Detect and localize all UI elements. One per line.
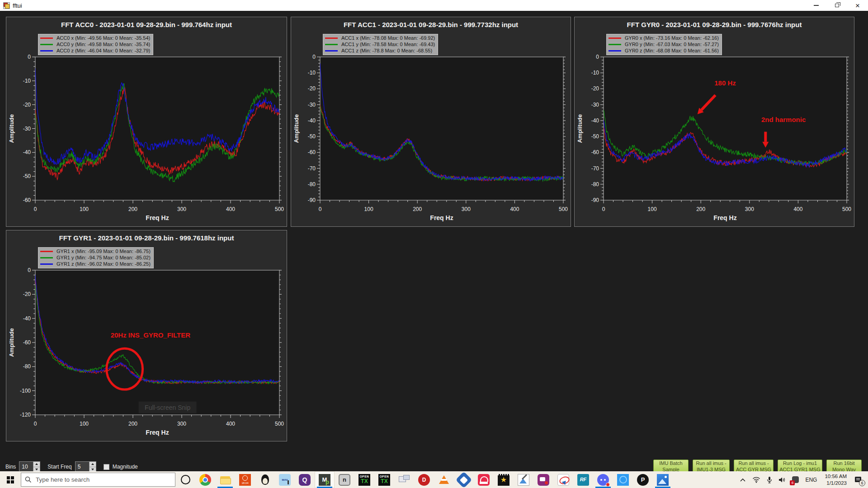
photos-icon-glyph <box>657 474 669 486</box>
red-crane-icon-glyph <box>478 474 490 486</box>
cortana-icon[interactable] <box>175 471 195 488</box>
chrome-icon[interactable] <box>195 471 215 488</box>
svg-text:-80: -80 <box>23 363 31 370</box>
svg-text:-20: -20 <box>23 102 31 108</box>
opentx-companion-icon-glyph: OPENTX <box>359 474 370 486</box>
ubuntu-icon-glyph: 18.04 <box>239 474 251 486</box>
tray-chevron-icon[interactable] <box>736 471 749 488</box>
taskbar-icons: 18.04MAVQMpnOPENTXOPENTXD★RFP <box>175 471 673 488</box>
discord-icon-glyph <box>597 474 609 486</box>
language-indicator[interactable]: ENG <box>802 471 820 488</box>
tray-discord-icon[interactable]: 6 <box>789 471 802 488</box>
svg-text:-80: -80 <box>308 181 316 188</box>
linux-tux-icon[interactable] <box>255 471 275 488</box>
mission-planner-icon[interactable]: Mp <box>315 471 335 488</box>
video-editor-icon-glyph: ★ <box>498 474 509 486</box>
red-crane-icon[interactable] <box>474 471 494 488</box>
notepad-grey-icon[interactable]: n <box>335 471 354 488</box>
video-editor-icon[interactable]: ★ <box>494 471 514 488</box>
legend-line-swatch <box>40 257 53 258</box>
magnitude-checkbox[interactable] <box>104 464 109 470</box>
photos-icon[interactable] <box>653 471 673 488</box>
bins-value: 10 <box>19 462 33 472</box>
wifi-icon[interactable] <box>749 471 764 488</box>
microphone-icon[interactable] <box>764 471 775 488</box>
restore-button[interactable] <box>826 0 847 11</box>
ubuntu-icon[interactable]: 18.04 <box>235 471 255 488</box>
svg-text:0: 0 <box>28 54 31 60</box>
bins-spin-up[interactable] <box>33 462 40 467</box>
start-freq-input[interactable]: 5 <box>75 461 96 472</box>
svg-text:Full-screen Snip: Full-screen Snip <box>145 404 190 411</box>
file-explorer-icon[interactable] <box>215 471 235 488</box>
search-input[interactable] <box>36 476 171 483</box>
minimize-button[interactable] <box>806 0 826 11</box>
svg-text:-10: -10 <box>23 78 31 84</box>
taskbar-search[interactable] <box>21 473 175 487</box>
mission-planner-icon-glyph: Mp <box>319 474 330 486</box>
legend-line-swatch <box>325 50 338 52</box>
qgroundcontrol-icon[interactable]: Q <box>295 471 315 488</box>
linux-tux-icon-glyph <box>259 474 271 486</box>
plex-icon[interactable]: P <box>633 471 653 488</box>
legend-line-swatch <box>609 44 621 45</box>
opentx-companion-icon[interactable]: OPENTX <box>354 471 374 488</box>
close-button[interactable]: × <box>847 0 868 11</box>
legend-item: GYR1 x (Min: -95.09 Max: 0 Mean: -86.75) <box>40 248 151 254</box>
speaker-icon[interactable] <box>775 471 789 488</box>
legend-item: ACC1 z (Min: -78.8 Max: 0 Mean: -68.55) <box>325 47 435 54</box>
vlc-icon[interactable] <box>434 471 454 488</box>
image-editor-icon[interactable] <box>514 471 533 488</box>
svg-text:-40: -40 <box>23 315 31 322</box>
svg-text:100: 100 <box>80 206 89 212</box>
bins-input[interactable]: 10 <box>19 461 40 472</box>
svg-text:-20: -20 <box>591 85 599 92</box>
screen-recorder-icon[interactable] <box>533 471 553 488</box>
chrome-icon-glyph <box>199 474 211 486</box>
discord-icon[interactable] <box>593 471 613 488</box>
notification-badge: 6 <box>859 480 865 486</box>
svg-text:-60: -60 <box>23 339 31 346</box>
svg-text:-40: -40 <box>23 149 31 155</box>
svg-text:-30: -30 <box>23 126 31 132</box>
svg-text:-10: -10 <box>591 70 599 76</box>
svg-text:Freq Hz: Freq Hz <box>713 214 736 221</box>
legend-item: ACC0 y (Min: -49.58 Max: 0 Mean: -35.74) <box>40 41 150 47</box>
legend-label: GYR1 y (Min: -94.75 Max: 0 Mean: -85.02) <box>57 255 151 260</box>
svg-text:Freq Hz: Freq Hz <box>146 429 169 436</box>
svg-text:500: 500 <box>275 421 284 427</box>
svg-text:Amplitude: Amplitude <box>576 114 583 143</box>
start-freq-spin-up[interactable] <box>90 462 96 467</box>
svg-text:0: 0 <box>28 267 31 273</box>
opentx-companion2-icon[interactable]: OPENTX <box>374 471 394 488</box>
svg-text:300: 300 <box>745 206 754 212</box>
mavproxy-icon[interactable]: MAV <box>275 471 295 488</box>
handbrake-icon[interactable] <box>454 471 474 488</box>
file-explorer-icon-glyph <box>219 474 231 486</box>
svg-text:-40: -40 <box>308 117 316 124</box>
legend-line-swatch <box>325 38 338 39</box>
svg-text:0: 0 <box>312 54 316 60</box>
displayfusion-icon[interactable]: D <box>414 471 434 488</box>
start-button[interactable] <box>0 471 21 488</box>
legend-label: ACC0 x (Min: -49.56 Max: 0 Mean: -35.54) <box>57 35 150 41</box>
display-switch-icon-glyph <box>398 474 410 486</box>
svg-text:180 Hz: 180 Hz <box>714 79 736 87</box>
realflight-icon[interactable]: RF <box>573 471 593 488</box>
notification-center-icon[interactable]: 6 <box>851 471 865 488</box>
screentogif-icon[interactable] <box>553 471 573 488</box>
svg-text:0: 0 <box>596 54 599 60</box>
plex-icon-glyph: P <box>637 474 649 486</box>
svg-text:200: 200 <box>128 206 137 212</box>
obs-blue-icon[interactable] <box>613 471 633 488</box>
taskbar-clock[interactable]: 10:56 AM 1/1/2023 <box>820 473 851 487</box>
fft-panel-gyr0: FFT GYR0 - 2023-01-01 09-28-29.bin - 999… <box>574 17 854 227</box>
display-switch-icon[interactable] <box>394 471 414 488</box>
app-icon <box>3 2 10 9</box>
legend-item: ACC0 x (Min: -49.56 Max: 0 Mean: -35.54) <box>40 35 150 41</box>
image-editor-icon-glyph <box>518 474 529 486</box>
svg-text:100: 100 <box>648 206 657 212</box>
magnitude-label: Magnitude <box>113 464 138 470</box>
svg-text:-90: -90 <box>308 197 316 203</box>
legend-item: ACC1 x (Min: -78.08 Max: 0 Mean: -69.92) <box>325 35 435 41</box>
